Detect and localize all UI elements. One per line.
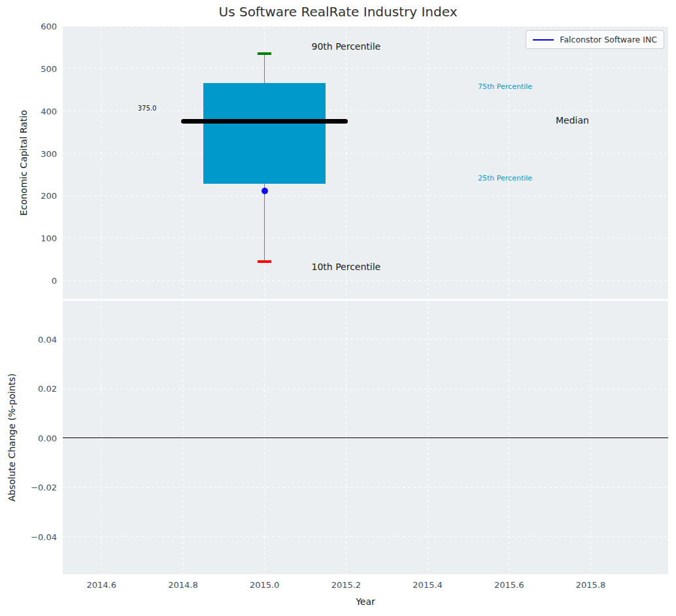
gridline-horizontal — [63, 196, 668, 196]
gridline-vertical — [509, 26, 509, 299]
gridline-vertical — [101, 26, 102, 299]
gridline-horizontal — [63, 238, 668, 239]
gridline-horizontal — [63, 388, 668, 389]
gridline-horizontal — [63, 68, 668, 69]
x-tick-label: 2015.6 — [494, 580, 524, 590]
percentile-box — [203, 83, 326, 184]
annotation-10th-percentile: 10th Percentile — [312, 262, 381, 272]
y-tick-label: 500 — [41, 63, 57, 73]
annotation-75th-percentile: 75th Percentile — [478, 82, 532, 91]
x-tick-label: 2014.8 — [168, 580, 198, 590]
gridline-horizontal — [63, 153, 668, 154]
x-tick-label: 2015.2 — [331, 580, 362, 590]
annotation-375-0: 375.0 — [138, 105, 157, 112]
axes-absolute-change — [63, 301, 668, 574]
gridline-vertical — [182, 26, 183, 299]
y-tick-label: 0.04 — [38, 334, 57, 344]
y-tick-label: 400 — [41, 106, 57, 116]
annotation-median: Median — [556, 115, 589, 126]
legend-line-sample — [533, 39, 554, 41]
gridline-horizontal — [63, 281, 668, 281]
annotation-25th-percentile: 25th Percentile — [478, 174, 532, 182]
y-tick-label: −0.04 — [31, 532, 57, 541]
annotation-90th-percentile: 90th Percentile — [312, 41, 381, 52]
gridline-vertical — [590, 26, 591, 299]
chart-figure: Us Software RealRate Industry Index 375.… — [0, 0, 676, 616]
x-axis-label-year: Year — [356, 596, 375, 607]
y-tick-label: 300 — [41, 148, 57, 158]
y-tick-label: 0 — [52, 276, 57, 286]
y-tick-label: 600 — [41, 22, 57, 31]
legend-label: Falconstor Software INC — [560, 35, 657, 44]
y-tick-label: 100 — [41, 233, 57, 243]
y-tick-label: −0.02 — [31, 483, 57, 492]
median-line — [181, 119, 348, 124]
company-data-point — [262, 188, 268, 194]
gridline-vertical — [428, 26, 428, 299]
whisker-cap-top — [258, 52, 271, 55]
y-axis-label-absolute-change: Absolute Change (%-points) — [7, 373, 17, 502]
x-tick-label: 2014.6 — [86, 580, 116, 590]
gridline-horizontal — [63, 26, 668, 27]
gridline-horizontal — [63, 536, 668, 537]
y-tick-label: 0.02 — [38, 384, 57, 394]
chart-title: Us Software RealRate Industry Index — [0, 4, 676, 20]
gridline-vertical — [346, 26, 346, 299]
gridline-horizontal — [63, 339, 668, 339]
x-tick-label: 2015.4 — [413, 580, 443, 590]
y-axis-label-economic-capital-ratio: Economic Capital Ratio — [18, 110, 29, 216]
legend: Falconstor Software INC — [526, 30, 664, 49]
gridline-horizontal — [63, 487, 668, 488]
y-tick-label: 0.00 — [38, 433, 57, 443]
whisker-cap-bottom — [258, 260, 271, 263]
y-tick-label: 200 — [41, 191, 57, 201]
axes-economic-capital-ratio: 375.090th Percentile10th Percentile75th … — [63, 26, 668, 299]
zero-line — [63, 437, 668, 439]
x-tick-label: 2015.0 — [250, 580, 280, 590]
x-tick-label: 2015.8 — [576, 580, 606, 590]
